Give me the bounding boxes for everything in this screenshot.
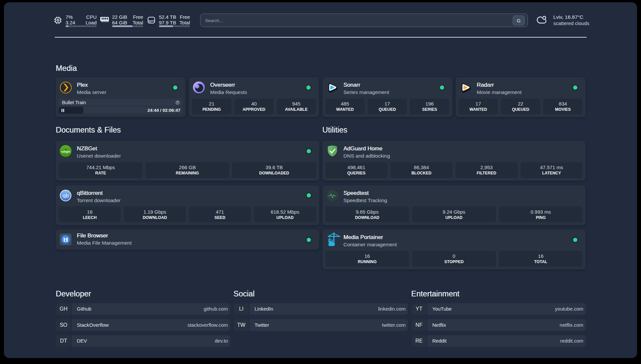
svg-text:nzbget: nzbget	[61, 150, 70, 153]
svg-text:qb: qb	[63, 193, 69, 199]
